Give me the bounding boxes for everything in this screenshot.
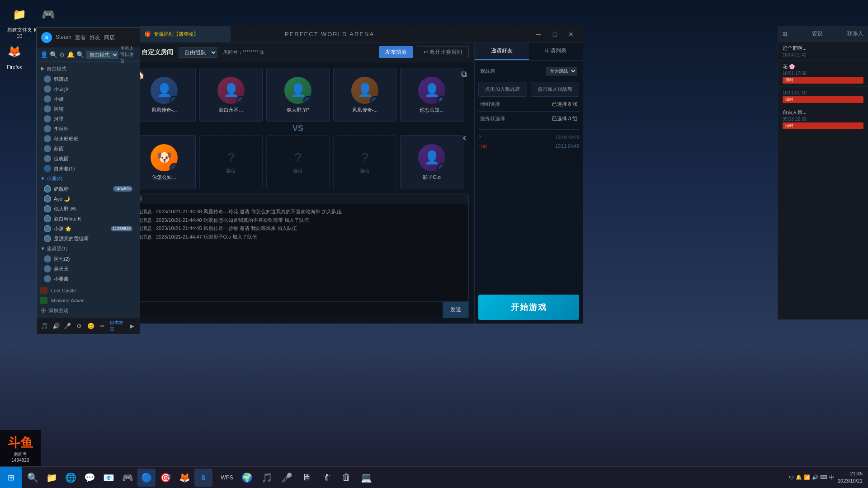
- taskbar-wps[interactable]: WPS: [218, 469, 236, 487]
- copy-icon[interactable]: ⧉: [260, 49, 264, 55]
- mode-select[interactable]: 自由模式: [86, 51, 118, 59]
- taskbar-kmedia[interactable]: 🎤: [278, 469, 296, 487]
- friend-xiaoyuan2[interactable]: 小渊 🌟 11268818: [37, 224, 140, 234]
- tab-invite[interactable]: 邀请好友: [475, 42, 529, 60]
- search-icon[interactable]: 🔍: [50, 49, 57, 60]
- taskbar-mypc[interactable]: 💻: [357, 469, 375, 487]
- friend-xiaoyaojiang[interactable]: 小要酱: [37, 274, 140, 284]
- emoji-icon[interactable]: 😊: [87, 321, 95, 331]
- taskbar-perfect-world[interactable]: 🌍: [238, 469, 256, 487]
- free-post-label[interactable]: 自由发言: [110, 319, 124, 332]
- tray-icon-2[interactable]: 🔔: [796, 474, 802, 480]
- filter-icon[interactable]: 🔍: [76, 49, 84, 60]
- tray-icon-4[interactable]: 🔊: [812, 474, 818, 480]
- taskbar-cooledit[interactable]: 🎵: [258, 469, 276, 487]
- player-slot-empty-2[interactable]: ? 换位: [266, 135, 330, 189]
- friend-wutiantian[interactable]: 吴天天: [37, 264, 140, 274]
- leave-btn[interactable]: ↩ 离开比赛房间: [417, 46, 469, 58]
- chat-input[interactable]: [127, 302, 443, 318]
- friend-piaoliangxue[interactable]: 是漂亮的雪组啊: [37, 234, 140, 244]
- edit-icon[interactable]: ✏: [98, 321, 106, 331]
- join-spec-btn[interactable]: 点击加入观战席: [478, 82, 527, 97]
- friend-ayo[interactable]: Ayo 🌙: [37, 194, 140, 204]
- user-icon[interactable]: 👤: [40, 49, 48, 60]
- activity-item-3[interactable]: 10/01 01:19 回时: [778, 87, 868, 106]
- room-mode-select[interactable]: 自由组队: [179, 47, 217, 58]
- taskbar-app1[interactable]: 🎯: [156, 469, 175, 487]
- taskbar-edge[interactable]: 🌐: [61, 469, 80, 487]
- taskbar-recycle[interactable]: 🗑: [337, 469, 355, 487]
- taskbar-email[interactable]: 📧: [99, 469, 118, 487]
- player-slot-5[interactable]: 👤 C+ 你怎么知...: [400, 68, 463, 122]
- desktop-app-firefox[interactable]: 🦊 Firefox: [4, 41, 25, 70]
- play-icon[interactable]: ▶: [128, 321, 136, 331]
- friend-xubaibk[interactable]: 叙白White.K: [37, 214, 140, 224]
- steam-nav-view[interactable]: 查看: [75, 34, 86, 42]
- friend-xiaoxiong[interactable]: 小雄: [37, 94, 140, 104]
- friend-group-pucao[interactable]: ▼ 蒲巢照(1): [37, 244, 140, 254]
- taskbar-firefox[interactable]: 🦊: [175, 469, 193, 487]
- taskbar-chat[interactable]: 💬: [80, 469, 99, 487]
- desktop-app-folder[interactable]: 📁 新建文件夹 (2): [4, 4, 35, 39]
- start-game-btn[interactable]: 开始游戏: [478, 295, 579, 320]
- close-btn[interactable]: ✕: [565, 29, 577, 39]
- taskbar-jian3[interactable]: 🗡: [317, 469, 335, 487]
- maximize-btn[interactable]: □: [548, 29, 561, 39]
- player-slot-1[interactable]: 🏠 👤 C 凤凰传奇-...: [132, 68, 196, 122]
- game-lost-castle[interactable]: Lost Castle: [40, 286, 136, 296]
- activity-item-1[interactable]: 是个群啊... 10/04 21:42: [778, 42, 868, 61]
- friend-heli[interactable]: 河里: [37, 114, 140, 124]
- minimize-btn[interactable]: ─: [532, 29, 545, 39]
- taskbar-game2[interactable]: 🔵: [137, 469, 156, 487]
- volume-icon[interactable]: 🔊: [52, 321, 60, 331]
- steam-nav-friends[interactable]: 好友: [90, 34, 100, 42]
- friend-liqiuye[interactable]: 李秋叶: [37, 124, 140, 134]
- friend-group-free[interactable]: ▶ 自由模式: [37, 64, 140, 74]
- friend-aqing[interactable]: 阿晴: [37, 104, 140, 114]
- join-battle-btn[interactable]: 点击加入观战席: [531, 82, 580, 97]
- friend-wei[interactable]: 位晓丽: [37, 154, 140, 164]
- taskbar-steam[interactable]: S: [194, 469, 212, 487]
- spectator-select[interactable]: 允许观战: [546, 67, 577, 75]
- taskbar-game1[interactable]: 🎮: [118, 469, 137, 487]
- friend-zilaijuan[interactable]: 自来卷(1): [37, 164, 140, 174]
- taskbar-net[interactable]: 🖥: [297, 469, 316, 487]
- tray-icon-3[interactable]: 📶: [804, 474, 810, 480]
- friend-group-xiaoyuan[interactable]: ▼ 小渊(4): [37, 174, 140, 184]
- steam-nav-title[interactable]: Steam: [56, 34, 71, 42]
- start-button[interactable]: ⊞: [0, 467, 22, 488]
- player-slot-empty-1[interactable]: ? 换位: [199, 135, 263, 189]
- friend-suxi[interactable]: 苏西: [37, 144, 140, 154]
- friend-aq7[interactable]: 阿七(2): [37, 254, 140, 264]
- player-slot-10[interactable]: 👤 C 影子O.o: [400, 135, 463, 189]
- activity-item-2[interactable]: 花 🌸 10/01 17:56 回时: [778, 61, 868, 87]
- friend-sidaye[interactable]: 似大野 🎮: [37, 204, 140, 214]
- music-icon[interactable]: 🎵: [40, 321, 48, 331]
- add-game-button[interactable]: ➕ 添加游戏: [40, 305, 136, 316]
- copy-team-btn[interactable]: ⧉: [461, 70, 467, 79]
- player-slot-2[interactable]: 👤 C 叙白永不...: [199, 68, 263, 122]
- player-slot-empty-3[interactable]: ? 换位: [333, 135, 396, 189]
- friend-naipingtang[interactable]: 奶瓶糖 1494820: [37, 184, 140, 194]
- taskbar-files[interactable]: 📁: [42, 469, 61, 487]
- mic-icon[interactable]: 🎤: [63, 321, 71, 331]
- chat-send-btn[interactable]: 发送: [443, 302, 468, 318]
- bell-icon[interactable]: 🔔: [67, 49, 75, 60]
- settings-icon[interactable]: ⚙: [59, 49, 65, 60]
- player-slot-3[interactable]: 👤 C 似大野.YP: [266, 68, 330, 122]
- activity-item-4[interactable]: 自由人目... 09/18 22:33 回时: [778, 106, 868, 132]
- tab-apply[interactable]: 申请列表: [529, 42, 583, 60]
- settings2-icon[interactable]: ⚙: [75, 321, 83, 331]
- player-slot-4[interactable]: 👤 C 风凰传奇-...: [333, 68, 396, 122]
- steam-nav-shop[interactable]: 商店: [104, 34, 115, 42]
- ime-indicator[interactable]: 中: [829, 474, 834, 481]
- tray-icon-5[interactable]: ⌨: [820, 474, 827, 480]
- friend-hanqianxu[interactable]: 韩谦虚: [37, 74, 140, 84]
- tray-icon-1[interactable]: 🛡: [789, 475, 794, 480]
- taskbar-search[interactable]: 🔍: [24, 469, 42, 487]
- friend-xiaodou[interactable]: 小豆少: [37, 84, 140, 94]
- friend-qiushui[interactable]: 秋水旺旺旺: [37, 134, 140, 144]
- contacts-label[interactable]: 联系人: [847, 30, 863, 38]
- game-miniland[interactable]: Miniland Adver...: [40, 296, 136, 305]
- publish-btn[interactable]: 发布招募: [379, 46, 413, 58]
